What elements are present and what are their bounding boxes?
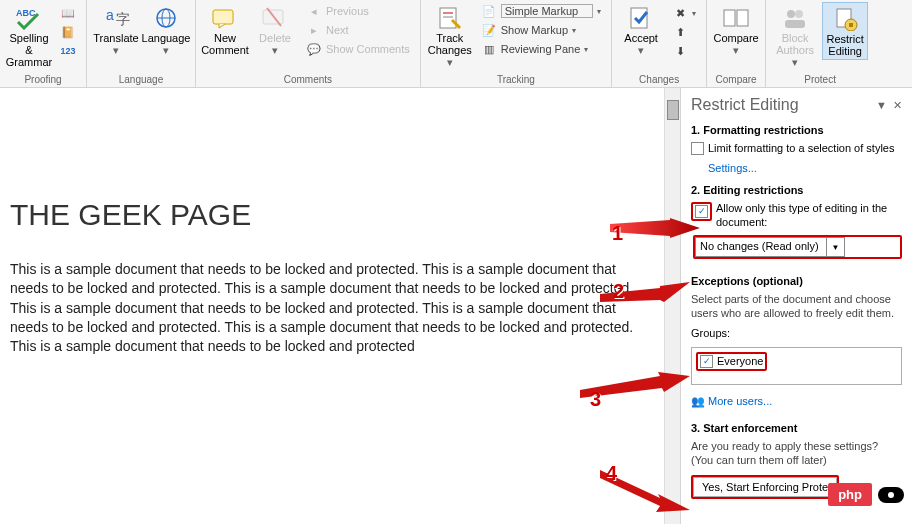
word-count-button[interactable]: 123 (56, 42, 80, 60)
new-comment-button[interactable]: New Comment (202, 2, 248, 58)
editing-type-combo[interactable]: No changes (Read only) ▼ (695, 237, 845, 257)
thesaurus-icon: 📔 (60, 24, 76, 40)
track-changes-button[interactable]: Track Changes ▾ (427, 2, 473, 70)
show-markup-button[interactable]: 📝Show Markup ▾ (477, 21, 605, 39)
reviewing-pane-button[interactable]: ▥Reviewing Pane ▾ (477, 40, 605, 58)
markup-icon: 📄 (481, 3, 497, 19)
limit-formatting-label: Limit formatting to a selection of style… (708, 142, 894, 156)
language-button[interactable]: Language ▾ (143, 2, 189, 58)
next-label: Next (326, 24, 349, 36)
track-changes-label: Track Changes (428, 32, 472, 56)
thesaurus-button[interactable]: 📔 (56, 23, 80, 41)
pane-icon: ▥ (481, 41, 497, 57)
svg-text:ABC: ABC (16, 8, 36, 18)
document-area[interactable]: THE GEEK PAGE This is a sample document … (0, 88, 680, 524)
chevron-down-icon: ▾ (597, 7, 601, 16)
chevron-down-icon: ▾ (792, 56, 798, 68)
restrict-editing-button[interactable]: Restrict Editing (822, 2, 868, 60)
document-body: This is a sample document that needs to … (10, 260, 652, 357)
spelling-grammar-button[interactable]: ABC Spelling & Grammar (6, 2, 52, 70)
eye-icon (878, 487, 904, 503)
previous-comment-button[interactable]: ◂Previous (302, 2, 414, 20)
block-authors-button[interactable]: Block Authors ▾ (772, 2, 818, 70)
editing-type-value: No changes (Read only) (696, 238, 826, 256)
start-enforcing-button[interactable]: Yes, Start Enforcing Prote (693, 477, 837, 497)
delete-comment-button[interactable]: Delete ▾ (252, 2, 298, 58)
group-tracking: Track Changes ▾ 📄Simple Markup▾ 📝Show Ma… (421, 0, 612, 87)
pane-title: Restrict Editing (691, 96, 799, 114)
next-comment-button[interactable]: ▸Next (302, 21, 414, 39)
chevron-down-icon: ▾ (572, 26, 576, 35)
settings-link[interactable]: Settings... (708, 162, 902, 174)
next-icon: ⬇ (672, 43, 688, 59)
display-for-review-combo[interactable]: 📄Simple Markup▾ (477, 2, 605, 20)
section-enforcement-title: 3. Start enforcement (691, 422, 902, 434)
svg-rect-6 (213, 10, 233, 24)
chevron-down-icon: ▾ (163, 44, 169, 56)
group-changes: Accept ▾ ✖▾ ⬆ ⬇ Changes (612, 0, 707, 87)
comment-delete-icon (259, 4, 291, 32)
group-label: Comments (284, 73, 332, 87)
show-markup-icon: 📝 (481, 22, 497, 38)
document-title: THE GEEK PAGE (10, 198, 652, 232)
chevron-down-icon: ▾ (692, 9, 696, 18)
block-authors-icon (779, 4, 811, 32)
everyone-checkbox[interactable] (700, 355, 713, 368)
previous-icon: ◂ (306, 3, 322, 19)
accept-icon (625, 4, 657, 32)
group-protect: Block Authors ▾ Restrict Editing Protect (766, 0, 874, 87)
new-comment-label: New Comment (201, 32, 249, 56)
vertical-scrollbar[interactable] (664, 88, 680, 524)
restrict-editing-label: Restrict Editing (826, 33, 863, 57)
reject-icon: ✖ (672, 5, 688, 21)
allow-editing-checkbox[interactable] (695, 205, 708, 218)
group-language: a字 Translate ▾ Language ▾ Language (87, 0, 196, 87)
previous-change-button[interactable]: ⬆ (668, 23, 700, 41)
svg-rect-9 (440, 8, 456, 28)
simple-markup-label: Simple Markup (501, 4, 593, 18)
svg-point-16 (795, 10, 803, 18)
translate-button[interactable]: a字 Translate ▾ (93, 2, 139, 58)
chevron-down-icon: ▾ (447, 56, 453, 68)
accept-button[interactable]: Accept ▾ (618, 2, 664, 58)
people-icon: 👥 (691, 395, 705, 407)
group-label: Proofing (24, 73, 61, 87)
section-editing-title: 2. Editing restrictions (691, 184, 902, 196)
svg-rect-20 (849, 23, 853, 27)
previous-label: Previous (326, 5, 369, 17)
reject-button[interactable]: ✖▾ (668, 4, 700, 22)
svg-point-15 (787, 10, 795, 18)
chevron-down-icon: ▾ (113, 44, 119, 56)
pane-options-button[interactable]: ▼ (876, 99, 887, 112)
scroll-thumb[interactable] (667, 100, 679, 120)
define-button[interactable]: 📖 (56, 4, 80, 22)
next-change-button[interactable]: ⬇ (668, 42, 700, 60)
group-label: Language (119, 73, 164, 87)
next-icon: ▸ (306, 22, 322, 38)
svg-rect-12 (631, 8, 647, 28)
chevron-down-icon: ▾ (584, 45, 588, 54)
group-label: Changes (639, 73, 679, 87)
reviewing-pane-label: Reviewing Pane (501, 43, 581, 55)
enforcement-help: Are you ready to apply these settings? (… (691, 440, 902, 468)
restrict-editing-pane: Restrict Editing ▼ ✕ 1. Formatting restr… (680, 88, 912, 524)
watermark-badge: php (828, 483, 904, 506)
delete-label: Delete (259, 32, 291, 44)
section-formatting-title: 1. Formatting restrictions (691, 124, 902, 136)
group-label: Protect (804, 73, 836, 87)
groups-listbox[interactable]: Everyone (691, 347, 902, 385)
limit-formatting-checkbox[interactable] (691, 142, 704, 155)
chevron-down-icon[interactable]: ▼ (826, 238, 844, 256)
spelling-grammar-label: Spelling & Grammar (6, 32, 52, 68)
more-users-link[interactable]: 👥 More users... (691, 395, 902, 408)
show-comments-button[interactable]: 💬Show Comments (302, 40, 414, 58)
track-changes-icon (434, 4, 466, 32)
allow-editing-label: Allow only this type of editing in the d… (716, 202, 902, 230)
pane-close-button[interactable]: ✕ (893, 99, 902, 112)
block-authors-label: Block Authors (776, 32, 814, 56)
comment-new-icon (209, 4, 241, 32)
compare-icon (720, 4, 752, 32)
count-icon: 123 (60, 43, 76, 59)
translate-icon: a字 (100, 4, 132, 32)
compare-button[interactable]: Compare ▾ (713, 2, 759, 58)
